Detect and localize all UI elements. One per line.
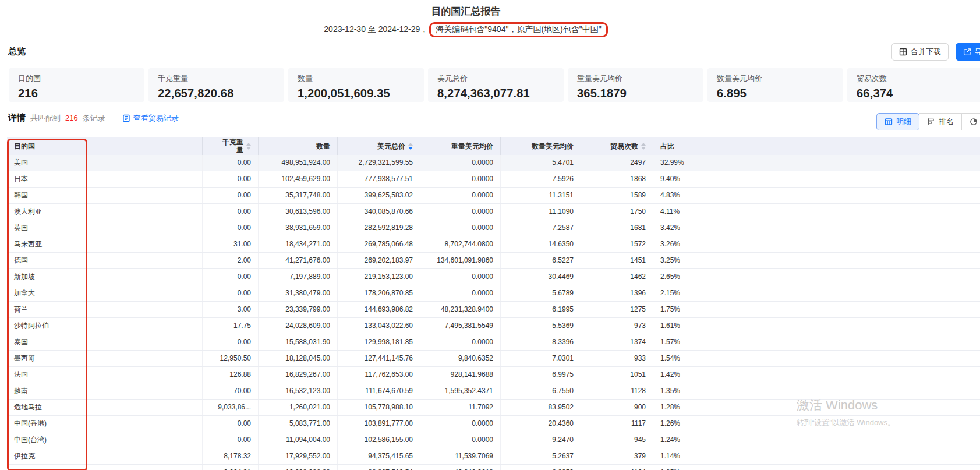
table-row[interactable]: 美国0.00498,951,924.002,729,321,599.550.00… [7,155,980,171]
table-row[interactable]: 越南70.0016,532,123.00111,674,670.591,595,… [7,383,980,400]
value-cell: 31.00 [203,236,259,252]
column-header-label: 数量美元均价 [532,143,574,150]
value-cell: 900 [581,400,653,415]
value-cell: 1572 [581,236,653,252]
column-header[interactable]: 千克重量 [203,137,259,155]
table-row[interactable]: 沙特阿拉伯17.7524,028,609.00133,043,022.607,4… [7,318,980,334]
value-cell: 15,588,031.90 [259,334,338,350]
value-cell: 1462 [581,269,653,285]
table-row[interactable]: 英国0.0038,931,659.00282,592,819.280.00007… [7,220,980,236]
value-cell: 6.2053 [501,465,581,470]
page-subtitle: 2023-12-30 至 2024-12-29，海关编码包含"9404"，原产国… [0,22,932,37]
value-cell: 1,595,352.4371 [420,383,501,399]
matched-prefix: 共匹配到 [30,113,61,123]
column-header[interactable]: 贸易次数 [581,137,653,155]
export-button[interactable]: 导出 [956,43,980,61]
summary-card-value: 1,200,051,609.35 [298,87,415,100]
table-row[interactable]: 墨西哥12,950.5018,128,045.00127,441,145.769… [7,351,980,367]
table-row[interactable]: 阿拉伯联合酋长国2,004.3113,998,986.8986,867,519.… [7,465,980,470]
country-cell: 墨西哥 [7,351,203,366]
summary-card-value: 365.1879 [577,87,694,100]
value-cell: 498,951,924.00 [259,155,338,171]
table-row[interactable]: 中国(台湾)0.0011,094,004.00102,586,155.000.0… [7,432,980,448]
value-cell: 340,085,870.66 [338,204,420,220]
table-row[interactable]: 新加坡0.007,197,889.00219,153,123.000.00003… [7,269,980,285]
summary-card-value: 6.895 [717,87,834,100]
sort-carets[interactable] [641,143,646,150]
value-cell: 0.0000 [420,416,501,432]
country-cell: 加拿大 [7,285,203,301]
summary-card-value: 8,274,363,077.81 [437,87,554,100]
value-cell: 973 [581,318,653,334]
sort-caret-down-icon [408,147,413,150]
table-row[interactable]: 伊拉克8,178.3217,929,552.0094,375,415.6511,… [7,448,980,465]
value-cell: 1.35% [653,383,980,399]
matched-suffix: 条记录 [83,113,105,123]
value-cell: 1.26% [653,416,980,432]
value-cell: 6.1995 [501,302,581,317]
value-cell: 0.00 [203,204,259,220]
country-cell: 马来西亚 [7,236,203,252]
value-cell: 8,178.32 [203,448,259,464]
merge-download-label: 合并下载 [911,47,941,57]
value-cell: 4.11% [653,204,980,220]
table-row[interactable]: 加拿大0.0031,380,479.00178,206,870.850.0000… [7,285,980,302]
view-mode-pie[interactable]: 占比 [961,113,980,130]
value-cell: 102,459,629.00 [259,171,338,187]
table-row[interactable]: 马来西亚31.0018,434,271.00269,785,066.488,70… [7,236,980,253]
ranking-icon [927,118,935,126]
value-cell: 269,202,183.97 [338,253,420,268]
column-header-label: 千克重量 [220,139,243,154]
country-cell: 沙特阿拉伯 [7,318,203,334]
value-cell: 1275 [581,302,653,317]
country-cell: 泰国 [7,334,203,350]
view-trade-records-link[interactable]: 查看贸易记录 [122,113,179,123]
value-cell: 30.4469 [501,269,581,285]
value-cell: 103,891,777.00 [338,416,420,432]
value-cell: 1589 [581,188,653,203]
table-row[interactable]: 日本0.00102,459,629.00777,938,577.510.0000… [7,171,980,188]
table-row[interactable]: 法国126.8816,829,267.00117,762,653.00928,1… [7,367,980,383]
table-row[interactable]: 荷兰3.0023,339,799.00144,693,986.8248,231,… [7,302,980,318]
value-cell: 13,998,986.89 [259,465,338,470]
sort-carets[interactable] [246,143,251,150]
value-cell: 35,317,748.00 [259,188,338,203]
value-cell: 127,441,145.76 [338,351,420,366]
value-cell: 1.61% [653,318,980,334]
value-cell: 117,762,653.00 [338,367,420,383]
value-cell: 16,829,267.00 [259,367,338,383]
column-header[interactable]: 美元总价 [338,137,420,155]
value-cell: 94,375,415.65 [338,448,420,464]
summary-card: 数量1,200,051,609.35 [288,68,424,102]
value-cell: 2.65% [653,269,980,285]
view-trade-records-label: 查看贸易记录 [133,113,179,123]
value-cell: 8,702,744.0800 [420,236,501,252]
value-cell: 0.0000 [420,155,501,171]
summary-card: 千克重量22,657,820.68 [148,68,284,102]
merge-download-button[interactable]: 合并下载 [891,43,949,61]
view-mode-ranking[interactable]: 排名 [919,113,962,130]
table-row[interactable]: 危地马拉9,033,86...1,260,021.00105,778,988.1… [7,400,980,416]
value-cell: 1.05% [653,465,980,470]
value-cell: 5.4701 [501,155,581,171]
country-cell: 阿拉伯联合酋长国 [7,465,203,470]
trade-records-icon [122,114,130,122]
value-cell: 11,539.7069 [420,448,501,464]
value-cell: 1.14% [653,448,980,464]
value-cell: 1.42% [653,367,980,383]
table-row[interactable]: 泰国0.0015,588,031.90129,998,181.850.00008… [7,334,980,351]
value-cell: 0.0000 [420,220,501,236]
summary-card-label: 目的国 [18,73,135,84]
top-actions: 合并下载 导出 [891,43,980,61]
table-row[interactable]: 韩国0.0035,317,748.00399,625,583.020.00001… [7,188,980,204]
view-mode-table[interactable]: 明细 [876,113,919,130]
summary-card: 目的国216 [9,68,144,102]
table-row[interactable]: 德国2.0041,271,676.00269,202,183.97134,601… [7,253,980,269]
table-row[interactable]: 澳大利亚0.0030,613,596.00340,085,870.660.000… [7,204,980,220]
report-header: 目的国汇总报告 2023-12-30 至 2024-12-29，海关编码包含"9… [0,5,932,37]
value-cell: 777,938,577.51 [338,171,420,187]
value-cell: 2,004.31 [203,465,259,470]
value-cell: 5.2637 [501,448,581,464]
sort-carets[interactable] [408,143,413,150]
table-row[interactable]: 中国(香港)0.005,083,771.00103,891,777.000.00… [7,416,980,432]
